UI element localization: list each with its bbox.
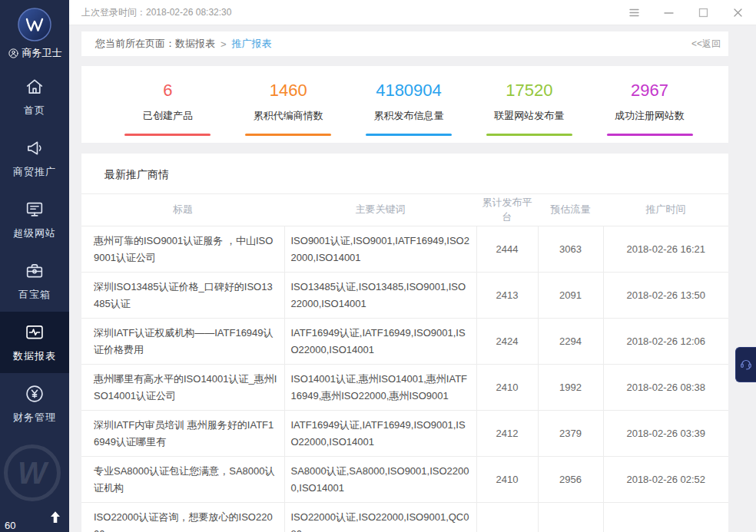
stat-value: 2967	[589, 81, 710, 100]
table-row: ISO22000认证咨询，想要放心的ISO22000 ISO22000认证,IS…	[81, 503, 728, 532]
brand: 商务卫士	[8, 46, 62, 60]
promo-table-body: 惠州可靠的ISO9001认证服务 ，中山ISO9001认证公司 ISO9001认…	[81, 226, 728, 532]
watermark-logo: W	[4, 444, 61, 501]
col-header-title: 标题	[81, 194, 284, 226]
stat-underline	[486, 134, 572, 136]
row-platform-count: 2412	[496, 428, 519, 439]
sidebar-item-website[interactable]: 超级网站	[0, 189, 69, 250]
row-time: 2018-02-26 08:38	[626, 382, 705, 393]
sidebar-item-promotion[interactable]: 商贸推广	[0, 127, 69, 189]
last-login-time: 上次登录时间：2018-02-26 08:32:30	[81, 6, 231, 19]
stat-value: 17520	[469, 81, 589, 100]
row-time: 2018-02-26 16:21	[626, 243, 705, 255]
section-title: 最新推广商情	[81, 154, 728, 193]
support-float-button[interactable]	[735, 347, 756, 382]
breadcrumb: 您当前所在页面：数据报表 > 推广报表 <<返回	[81, 31, 728, 56]
sidebar-item-label: 财务管理	[13, 411, 56, 425]
scroll-top-button[interactable]	[44, 507, 67, 529]
stat-item: 2967 成功注册网站数	[589, 66, 710, 143]
window-controls	[628, 7, 744, 18]
stat-underline	[366, 134, 452, 136]
home-icon	[24, 76, 45, 97]
maximize-icon[interactable]	[698, 7, 709, 18]
row-platform-count: 2410	[496, 474, 519, 485]
row-platform-count: 2413	[496, 289, 519, 301]
stat-item: 17520 联盟网站发布量	[469, 66, 589, 143]
stat-underline	[245, 134, 331, 136]
stat-label: 成功注册网站数	[589, 109, 710, 123]
promo-table-card: 最新推广商情 标题 主要关键词 累计发布平台 预估流量 推广时间	[81, 154, 728, 532]
app-logo	[17, 7, 52, 42]
website-icon	[24, 199, 45, 220]
breadcrumb-separator: >	[220, 38, 227, 50]
breadcrumb-current[interactable]: 推广报表	[232, 37, 272, 51]
sidebar-item-label: 商贸推广	[13, 165, 56, 179]
row-traffic: 3063	[559, 243, 582, 255]
app-window: 商务卫士 首页 商贸推广	[0, 0, 756, 532]
row-traffic: 2956	[559, 474, 582, 485]
row-keywords: ISO14001认证,惠州ISO14001,惠州IATF16949,惠州ISO2…	[291, 373, 468, 401]
sidebar-nav: 首页 商贸推广 超级网站	[0, 66, 69, 435]
stat-value: 4180904	[349, 81, 469, 100]
table-row: 深圳ISO13485认证价格_口碑好的ISO13485认证 ISO13485认证…	[81, 273, 728, 319]
row-platform-count: 2410	[496, 382, 519, 393]
row-platform-count: 2424	[496, 335, 519, 347]
row-keywords: ISO22000认证,ISO22000,ISO9001,QC080	[291, 511, 469, 532]
stat-item: 1460 累积代编商情数	[228, 66, 349, 143]
col-header-time: 推广时间	[603, 194, 728, 226]
table-row: 深圳IATF认证权威机构——IATF16949认证价格费用 IATF16949认…	[81, 319, 728, 365]
brand-name: 商务卫士	[22, 46, 62, 60]
headset-icon	[739, 357, 753, 373]
menu-icon[interactable]	[628, 7, 640, 18]
row-time: 2018-02-26 13:50	[626, 289, 705, 301]
row-traffic: 2091	[559, 289, 582, 301]
stat-underline	[124, 134, 211, 136]
col-header-keywords: 主要关键词	[284, 194, 476, 226]
report-pulse-icon	[24, 322, 45, 343]
table-header-row: 标题 主要关键词 累计发布平台 预估流量 推广时间	[81, 194, 728, 226]
arrow-up-icon	[47, 517, 64, 528]
stats-card: 6 已创建产品 1460 累积代编商情数 4180904 累积发布信息量 175…	[81, 66, 728, 143]
row-title: 惠州可靠的ISO9001认证服务 ，中山ISO9001认证公司	[94, 235, 273, 263]
row-title: 深圳IATF认证权威机构——IATF16949认证价格费用	[94, 327, 274, 355]
minimize-icon[interactable]	[663, 7, 675, 18]
sidebar-item-home[interactable]: 首页	[0, 66, 69, 127]
sidebar-item-toolbox[interactable]: 百宝箱	[0, 250, 69, 312]
row-keywords: IATF16949认证,IATF16949,ISO9001,ISO22000,I…	[291, 419, 466, 447]
row-keywords: ISO13485认证,ISO13485,ISO9001,ISO22000,ISO…	[291, 281, 466, 309]
row-platform-count: 2444	[496, 243, 519, 255]
row-title: 专业SA8000认证包让您满意，SA8000认证机构	[94, 465, 275, 493]
sidebar-item-reports[interactable]: 数据报表	[0, 312, 69, 373]
content: 您当前所在页面：数据报表 > 推广报表 <<返回 6 已创建产品 1460 累积…	[69, 25, 756, 532]
stat-item: 6 已创建产品	[108, 66, 228, 143]
user-badge-icon	[8, 48, 19, 59]
row-title: 深圳IATF内审员培训 惠州服务好的IATF16949认证哪里有	[94, 419, 274, 447]
promo-table: 标题 主要关键词 累计发布平台 预估流量 推广时间 惠州可靠的ISO9001认证…	[81, 193, 728, 532]
sidebar: 商务卫士 首页 商贸推广	[0, 0, 69, 532]
row-time: 2018-02-26 03:39	[626, 428, 705, 439]
sidebar-item-label: 首页	[24, 104, 45, 117]
stat-underline	[607, 134, 693, 136]
row-keywords: IATF16949认证,IATF16949,ISO9001,ISO22000,I…	[291, 327, 466, 355]
row-title: 惠州哪里有高水平的ISO14001认证_惠州ISO14001认证公司	[94, 373, 277, 401]
stat-label: 已创建产品	[108, 109, 228, 123]
topbar: 上次登录时间：2018-02-26 08:32:30	[69, 0, 756, 25]
row-traffic: 2379	[559, 428, 582, 439]
stat-value: 6	[108, 81, 228, 100]
row-time: 2018-02-26 12:06	[626, 335, 705, 347]
stat-label: 联盟网站发布量	[469, 109, 589, 123]
sidebar-item-finance[interactable]: 财务管理	[0, 373, 69, 435]
col-header-traffic: 预估流量	[538, 194, 603, 226]
close-icon[interactable]	[732, 7, 744, 18]
sidebar-item-label: 百宝箱	[18, 288, 51, 302]
stat-item: 4180904 累积发布信息量	[349, 66, 469, 143]
finance-icon	[24, 383, 45, 405]
row-keywords: SA8000认证,SA8000,ISO9001,ISO22000,ISO1400…	[291, 465, 469, 493]
sidebar-item-label: 数据报表	[13, 349, 56, 363]
back-link[interactable]: <<返回	[691, 38, 721, 51]
sidebar-item-label: 超级网站	[13, 226, 56, 240]
table-row: 专业SA8000认证包让您满意，SA8000认证机构 SA8000认证,SA80…	[81, 457, 728, 503]
row-keywords: ISO9001认证,ISO9001,IATF16949,ISO22000,ISO…	[291, 235, 469, 263]
table-row: 惠州可靠的ISO9001认证服务 ，中山ISO9001认证公司 ISO9001认…	[81, 226, 728, 273]
breadcrumb-prefix: 您当前所在页面：数据报表	[95, 37, 215, 51]
